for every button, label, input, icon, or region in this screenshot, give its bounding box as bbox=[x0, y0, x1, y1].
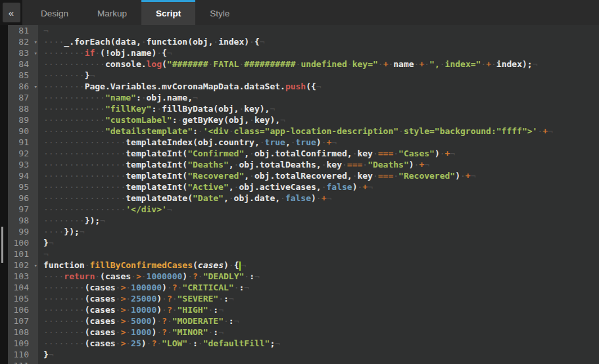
code-line: 105········(cases·>·25000)·?·"SEVERE"·:¬ bbox=[8, 293, 599, 304]
line-number: 94 bbox=[8, 170, 38, 181]
code-line-text[interactable]: ········(cases·>·10000)·?·"HIGH"·:¬ bbox=[38, 304, 599, 315]
code-line-text[interactable]: ········(cases·>·5000)·?·"MODERATE"·:¬ bbox=[38, 315, 599, 327]
code-line-text[interactable]: ············"fillKey":·fillByData(obj,·k… bbox=[38, 103, 599, 114]
line-number: 100 bbox=[8, 237, 38, 248]
code-line-text[interactable]: ····});¬ bbox=[38, 226, 599, 237]
tab-design[interactable]: Design bbox=[26, 0, 83, 25]
line-number: 92 bbox=[8, 148, 38, 159]
collapse-panel-button[interactable]: « bbox=[3, 3, 20, 22]
script-code-editor: 81¬82▾····_.forEach(data,·function(obj,·… bbox=[0, 25, 599, 364]
tab-markup-label: Markup bbox=[97, 9, 127, 18]
code-line-text[interactable]: ················'</div>'¬ bbox=[38, 204, 599, 215]
line-number: 99 bbox=[8, 226, 38, 237]
editor-tabs: Design Markup Script Style bbox=[26, 0, 244, 25]
code-line: 102▾function·fillByConfirmedCases(cases)… bbox=[8, 260, 599, 271]
eol-marker: ¬ bbox=[167, 204, 172, 214]
top-tab-bar: « Design Markup Script Style bbox=[0, 0, 599, 25]
code-line-text[interactable]: ············"detailstemplate":·'<div·cla… bbox=[38, 125, 599, 137]
code-line-text[interactable]: function·fillByConfirmedCases(cases)·{¬ bbox=[38, 260, 599, 271]
line-number: 102▾ bbox=[8, 260, 38, 271]
code-line: 90············"detailstemplate":·'<div·c… bbox=[8, 125, 599, 137]
line-number: 93 bbox=[8, 159, 38, 170]
fold-arrow-icon[interactable]: ▾ bbox=[34, 260, 37, 271]
code-line: 93················templateInt("Deaths",·… bbox=[8, 159, 599, 170]
code-line-text[interactable]: ················templateInt("Active",·ob… bbox=[38, 181, 599, 193]
code-line-text[interactable]: ········(cases·>·100000)·?·"CRITICAL"·:¬ bbox=[38, 282, 599, 293]
code-line: 103····return·(cases·>·1000000)·?·"DEADL… bbox=[8, 271, 599, 282]
code-line-text[interactable]: ········(cases·>·25)·?·"LOW"·:·"defaultF… bbox=[38, 338, 599, 349]
fold-arrow-icon[interactable]: ▾ bbox=[34, 81, 37, 93]
line-number: 85 bbox=[8, 70, 38, 81]
eol-marker: ¬ bbox=[43, 249, 49, 259]
line-number: 83▾ bbox=[8, 47, 38, 58]
tab-style-label: Style bbox=[210, 9, 229, 18]
collapse-panel-cell: « bbox=[0, 0, 22, 25]
eol-marker: ¬ bbox=[244, 283, 249, 292]
code-line-text[interactable]: ········if·(!obj.name)·{¬ bbox=[38, 47, 599, 58]
code-area: 81¬82▾····_.forEach(data,·function(obj,·… bbox=[8, 25, 599, 364]
eol-marker: ¬ bbox=[254, 271, 260, 281]
line-number: 90 bbox=[8, 125, 38, 137]
code-line: 83▾········if·(!obj.name)·{¬ bbox=[8, 47, 599, 58]
code-line: 86▾········Page.Variables.mvCoronaMapDat… bbox=[8, 81, 599, 92]
line-number: 109 bbox=[8, 338, 38, 349]
code-line-text[interactable]: ················templateInt("Recovered",… bbox=[38, 170, 599, 181]
code-line: 106········(cases·>·10000)·?·"HIGH"·:¬ bbox=[8, 304, 599, 315]
code-line: 99····});¬ bbox=[8, 226, 599, 237]
line-number: 98 bbox=[8, 215, 38, 226]
line-number: 96 bbox=[8, 193, 38, 204]
code-line-text[interactable]: ················templateInt("Deaths",·ob… bbox=[38, 159, 599, 170]
scrollbar-thumb[interactable] bbox=[1, 227, 3, 263]
code-line-text[interactable]: ¬ bbox=[38, 360, 599, 364]
eol-marker: ¬ bbox=[49, 238, 54, 248]
code-line: 84············console.log("#######·FATAL… bbox=[8, 58, 599, 70]
code-line-text[interactable]: ········Page.Variables.mvCoronaMapData.d… bbox=[38, 81, 599, 92]
eol-marker: ¬ bbox=[80, 227, 85, 237]
editor-left-scrollbar[interactable] bbox=[0, 25, 8, 364]
code-line-text[interactable]: ············"name":·obj.name,¬ bbox=[38, 92, 599, 103]
eol-marker: ¬ bbox=[548, 126, 553, 136]
code-line-text[interactable]: ········});¬ bbox=[38, 215, 599, 226]
code-line: 97················'</div>'¬ bbox=[8, 204, 599, 215]
chevron-double-left-icon: « bbox=[9, 7, 14, 18]
eol-marker: ¬ bbox=[234, 316, 239, 326]
eol-marker: ¬ bbox=[424, 160, 429, 170]
code-line-text[interactable]: ············"customLabel":·getByKey(obj,… bbox=[38, 114, 599, 125]
tab-script-label: Script bbox=[156, 9, 181, 18]
fold-arrow-icon[interactable]: ▾ bbox=[34, 48, 37, 59]
code-line-text[interactable]: ····return·(cases·>·1000000)·?·"DEADLY"·… bbox=[38, 271, 599, 282]
tab-markup[interactable]: Markup bbox=[83, 0, 141, 25]
code-line-text[interactable]: ············console.log("#######·FATAL·#… bbox=[38, 58, 599, 70]
code-line-text[interactable]: }¬ bbox=[38, 349, 599, 360]
code-line: 110}¬ bbox=[8, 349, 599, 360]
line-number: 111 bbox=[8, 360, 38, 364]
code-line-text[interactable]: ····_.forEach(data,·function(obj,·index)… bbox=[38, 36, 599, 47]
code-line: 87············"name":·obj.name,¬ bbox=[8, 92, 599, 103]
code-line: 91················templateIndex(obj.coun… bbox=[8, 137, 599, 148]
fold-arrow-icon[interactable]: ▾ bbox=[34, 37, 37, 48]
eol-marker: ¬ bbox=[218, 305, 224, 315]
eol-marker: ¬ bbox=[270, 104, 275, 114]
eol-marker: ¬ bbox=[280, 115, 285, 125]
code-line-text[interactable]: ········}¬ bbox=[38, 70, 599, 81]
eol-marker: ¬ bbox=[260, 37, 265, 47]
code-line: 98········});¬ bbox=[8, 215, 599, 226]
line-number: 108 bbox=[8, 327, 38, 338]
code-line-text[interactable]: ········(cases·>·1000)·?·"MINOR"·:¬ bbox=[38, 327, 599, 338]
code-line-text[interactable]: ¬ bbox=[38, 25, 599, 36]
code-line-text[interactable]: ········(cases·>·25000)·?·"SEVERE"·:¬ bbox=[38, 293, 599, 304]
code-line: 107········(cases·>·5000)·?·"MODERATE"·:… bbox=[8, 315, 599, 327]
code-line: 82▾····_.forEach(data,·function(obj,·ind… bbox=[8, 36, 599, 47]
eol-marker: ¬ bbox=[331, 137, 337, 147]
tab-script[interactable]: Script bbox=[141, 0, 195, 25]
code-line: 104········(cases·>·100000)·?·"CRITICAL"… bbox=[8, 282, 599, 293]
code-line-text[interactable]: ¬ bbox=[38, 248, 599, 260]
code-line-text[interactable]: }¬ bbox=[38, 237, 599, 248]
tab-style[interactable]: Style bbox=[195, 0, 244, 25]
code-line-text[interactable]: ················templateDate("Date",·obj… bbox=[38, 193, 599, 204]
line-number: 106 bbox=[8, 304, 38, 315]
code-line-text[interactable]: ················templateInt("Confirmed",… bbox=[38, 148, 599, 159]
code-line-text[interactable]: ················templateIndex(obj.countr… bbox=[38, 137, 599, 148]
eol-marker: ¬ bbox=[450, 148, 455, 158]
code-line: 94················templateInt("Recovered… bbox=[8, 170, 599, 181]
